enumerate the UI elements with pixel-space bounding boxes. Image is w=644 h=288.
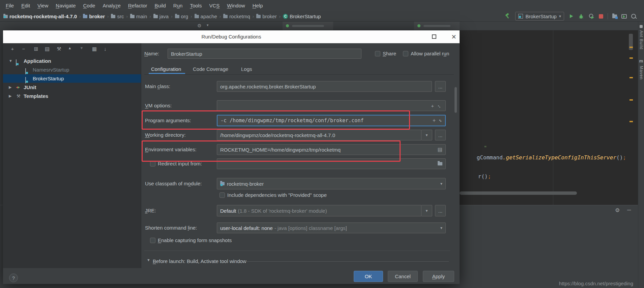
tree-item-namesrvstartup[interactable]: NamesrvStartup bbox=[3, 66, 141, 74]
run-with-coverage-button[interactable] bbox=[588, 13, 594, 19]
editor-tab[interactable] bbox=[283, 22, 333, 30]
stop-button[interactable] bbox=[599, 14, 603, 19]
cancel-button[interactable]: Cancel bbox=[388, 271, 418, 282]
copy-configuration-icon[interactable]: ⊞ bbox=[32, 46, 40, 52]
expand-arrow-icon[interactable]: ▼ bbox=[9, 57, 12, 65]
browse-variables-icon[interactable]: ▤ bbox=[438, 147, 442, 153]
add-configuration-icon[interactable]: + bbox=[8, 46, 17, 52]
jre-browse-button[interactable]: ... bbox=[435, 205, 446, 216]
run-button[interactable] bbox=[568, 14, 574, 19]
main-class-field[interactable]: org.apache.rocketmq.broker.BrokerStartup bbox=[217, 81, 432, 92]
menu-analyze[interactable]: Analyze bbox=[99, 3, 124, 8]
menu-view[interactable]: View bbox=[34, 3, 52, 8]
editor-pane[interactable]: " gCommand.getSerializeTypeConfigInThisS… bbox=[460, 30, 638, 205]
breadcrumb-project[interactable]: rocketmq-rocketmq-all-4.7.0 bbox=[3, 14, 77, 19]
breadcrumb-rocketmq[interactable]: rocketmq bbox=[223, 14, 250, 19]
breadcrumb-class[interactable]: C BrokerStartup bbox=[283, 14, 321, 19]
menu-edit[interactable]: Edit bbox=[18, 3, 34, 8]
working-directory-dropdown-button[interactable]: ▾ bbox=[421, 130, 432, 140]
ok-button[interactable]: OK bbox=[354, 271, 383, 282]
allow-parallel-run-checkbox[interactable] bbox=[403, 51, 408, 56]
dialog-title-bar[interactable]: Run/Debug Configurations × bbox=[3, 30, 460, 43]
save-configuration-icon[interactable]: ▤ bbox=[43, 46, 51, 52]
vm-options-field[interactable]: +↔ bbox=[217, 100, 446, 111]
menu-refactor[interactable]: Refactor bbox=[124, 3, 151, 8]
main-class-browse-button[interactable]: ... bbox=[435, 81, 446, 92]
breadcrumb-module[interactable]: broker bbox=[83, 14, 105, 19]
working-directory-field[interactable]: /home/dingwpmz/code/rocketmq-rocketmq-al… bbox=[217, 130, 421, 140]
horizontal-scrollbar[interactable] bbox=[460, 191, 577, 195]
jre-dropdown-button[interactable]: ▾ bbox=[421, 205, 432, 216]
breadcrumb-org[interactable]: org bbox=[175, 14, 188, 19]
menu-window[interactable]: Window bbox=[223, 3, 248, 8]
gear-icon[interactable]: ⚙ bbox=[197, 23, 202, 28]
sort-configurations-icon[interactable]: ↓ bbox=[101, 46, 109, 52]
breadcrumb-broker[interactable]: broker bbox=[256, 14, 277, 19]
menu-help[interactable]: Help bbox=[249, 3, 267, 8]
jre-dropdown[interactable]: Default (1.8 - SDK of 'rocketmq-broker' … bbox=[217, 205, 421, 216]
menu-run[interactable]: Run bbox=[170, 3, 186, 8]
tree-item-templates[interactable]: ▶ ⚒ Templates bbox=[3, 92, 141, 100]
search-everywhere-icon[interactable] bbox=[631, 14, 636, 19]
shorten-value: user-local default: none bbox=[220, 225, 273, 231]
expand-icon[interactable]: ↔ bbox=[436, 102, 444, 110]
run-configuration-selector[interactable]: BrokerStartup ▾ bbox=[515, 12, 564, 21]
tree-item-junit[interactable]: ▶ ◂▸ JUnit bbox=[3, 83, 141, 91]
close-button[interactable]: × bbox=[449, 31, 459, 43]
breadcrumb-src[interactable]: src bbox=[111, 14, 124, 19]
enable-snapshots-checkbox[interactable] bbox=[150, 238, 155, 243]
debug-button[interactable] bbox=[578, 14, 584, 19]
add-icon[interactable]: + bbox=[433, 117, 436, 124]
apply-button[interactable]: Apply bbox=[423, 271, 454, 282]
menu-code[interactable]: Code bbox=[80, 3, 99, 8]
working-directory-browse-button[interactable]: ... bbox=[435, 130, 446, 140]
new-folder-icon[interactable]: ▦ bbox=[90, 46, 98, 52]
environment-variables-field[interactable]: ROCKETMQ_HOME=/home/dingwpmz/tmp/rocketm… bbox=[217, 144, 446, 155]
use-classpath-dropdown[interactable]: rocketmq-broker ▾ bbox=[217, 178, 446, 189]
collapse-icon[interactable]: ▼ bbox=[147, 258, 150, 262]
editor-error-stripe[interactable] bbox=[628, 30, 634, 205]
name-field[interactable]: BrokerStartup bbox=[168, 49, 361, 59]
edit-templates-icon[interactable]: ⚒ bbox=[55, 46, 63, 52]
tree-item-brokerstartup-selected[interactable]: BrokerStartup bbox=[3, 74, 141, 83]
hide-panel-icon[interactable]: ─ bbox=[627, 207, 631, 213]
shorten-command-line-dropdown[interactable]: user-local default: none - java [options… bbox=[217, 222, 446, 233]
run-anything-icon[interactable] bbox=[621, 14, 627, 19]
collapse-arrow-icon[interactable]: ▶ bbox=[9, 83, 11, 91]
add-icon[interactable]: + bbox=[431, 103, 434, 109]
breadcrumb-main[interactable]: main bbox=[130, 14, 147, 19]
move-up-icon[interactable]: ▲ bbox=[66, 46, 74, 50]
menu-navigate[interactable]: Navigate bbox=[52, 3, 79, 8]
project-tool-window-icon[interactable] bbox=[612, 15, 617, 18]
breadcrumb-apache[interactable]: apache bbox=[195, 14, 217, 19]
tab-code-coverage[interactable]: Code Coverage bbox=[193, 64, 228, 74]
program-arguments-field[interactable]: -c /home/dingwpmz/tmp/rocketmq/conf/brok… bbox=[217, 115, 446, 126]
folder-icon[interactable] bbox=[438, 162, 442, 165]
tab-logs[interactable]: Logs bbox=[241, 64, 252, 74]
gear-icon[interactable]: ⚙ bbox=[615, 207, 620, 213]
help-button[interactable]: ? bbox=[9, 273, 18, 282]
breadcrumb-java[interactable]: java bbox=[153, 14, 169, 19]
collapse-arrow-icon[interactable]: ▶ bbox=[9, 92, 11, 100]
menu-build[interactable]: Build bbox=[151, 3, 169, 8]
maximize-button[interactable] bbox=[432, 34, 436, 39]
chevron-down-icon[interactable]: ▾ bbox=[207, 23, 209, 27]
enable-snapshots-label: Enable capturing form snapshots bbox=[158, 236, 232, 245]
menu-file[interactable]: File bbox=[2, 3, 18, 8]
tree-item-application[interactable]: ▼ Application bbox=[3, 57, 141, 65]
editor-tab[interactable] bbox=[414, 22, 460, 30]
include-provided-checkbox[interactable] bbox=[219, 192, 225, 198]
menu-tools[interactable]: Tools bbox=[186, 3, 205, 8]
redirect-input-checkbox[interactable] bbox=[150, 161, 155, 166]
tool-window-maven[interactable]: Maven bbox=[639, 66, 644, 80]
move-down-icon[interactable]: ▼ bbox=[78, 46, 86, 50]
redirect-input-field[interactable] bbox=[217, 158, 446, 169]
tool-window-ant-build[interactable]: Ant Build bbox=[639, 30, 644, 50]
before-launch-label[interactable]: Before launch: Build, Activate tool wind… bbox=[153, 257, 246, 265]
menu-vcs[interactable]: VCS bbox=[205, 3, 223, 8]
expand-icon[interactable]: ↔ bbox=[437, 117, 444, 124]
build-hammer-icon[interactable] bbox=[504, 13, 511, 20]
share-checkbox[interactable] bbox=[375, 51, 380, 56]
remove-configuration-icon[interactable]: − bbox=[20, 46, 28, 52]
form-scrollbar-thumb[interactable] bbox=[455, 87, 457, 113]
